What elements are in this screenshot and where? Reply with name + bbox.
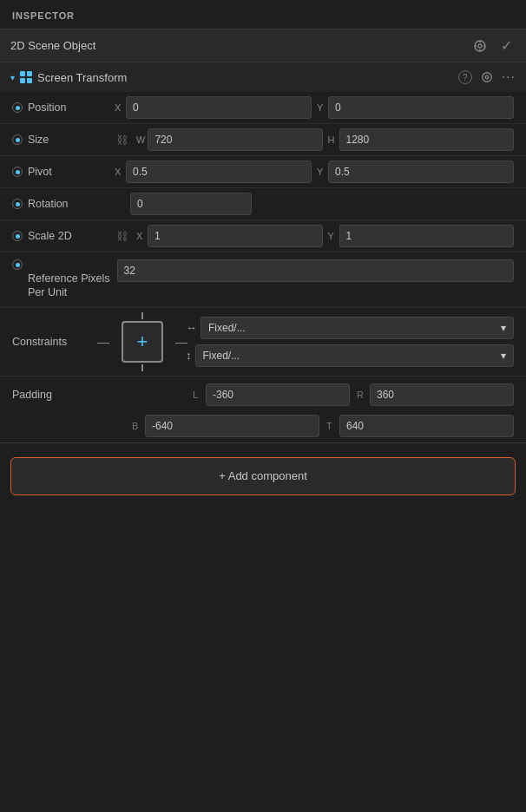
ref-pixels-row: Reference Pixels Per Unit (0, 252, 526, 308)
rotation-radio[interactable] (12, 199, 23, 209)
pivot-x-axis: X (115, 167, 123, 177)
ref-pixels-radio[interactable] (12, 259, 23, 270)
svg-point-7 (485, 75, 489, 79)
scale2d-y-group: Y (328, 225, 515, 247)
constraint-dropdowns: ↔ Fixed/... ▾ ↕ Fixed/... ▾ (186, 317, 514, 367)
rotation-input[interactable] (130, 193, 252, 215)
component-title: Screen Transform (37, 71, 453, 84)
pivot-fields: X Y (115, 160, 514, 183)
position-y-group: Y (317, 96, 514, 119)
position-y-input[interactable] (328, 96, 514, 119)
component-header[interactable]: ▾ Screen Transform ? ··· (0, 62, 526, 92)
arrow-h-icon: ↔ (186, 321, 197, 334)
rotation-label: Rotation (12, 198, 108, 210)
size-link-icon[interactable]: ⛓ (115, 134, 129, 147)
help-badge[interactable]: ? (458, 70, 472, 84)
position-x-axis: X (115, 102, 123, 113)
padding-b-input[interactable] (145, 415, 319, 437)
position-label: Position (12, 102, 108, 114)
object-name-input[interactable] (10, 39, 463, 52)
padding-b-group: B (132, 415, 319, 437)
scale2d-link-icon[interactable]: ⛓ (115, 230, 129, 243)
size-fields: W H (136, 128, 514, 151)
component-target-btn[interactable] (477, 69, 496, 85)
target-icon (473, 39, 487, 53)
pivot-row: Pivot X Y (0, 156, 526, 188)
scale2d-radio[interactable] (12, 231, 23, 241)
position-row: Position X Y (0, 92, 526, 124)
size-h-axis: H (328, 134, 337, 145)
scale2d-x-axis: X (136, 231, 145, 241)
size-h-group: H (328, 128, 515, 151)
padding-r-input[interactable] (370, 383, 514, 406)
constraints-label: Constraints (12, 336, 99, 348)
pivot-y-axis: Y (317, 167, 325, 177)
check-icon: ✓ (501, 37, 512, 54)
padding-l-input[interactable] (206, 383, 350, 406)
constraint-cross-wrapper: — + — (109, 321, 175, 363)
position-fields: X Y (115, 96, 514, 119)
size-w-axis: W (136, 134, 145, 145)
padding-t-group: T (326, 415, 514, 437)
cross-plus-icon: + (137, 332, 148, 351)
scale2d-x-input[interactable] (148, 225, 323, 247)
constraint-right-dash: — (175, 335, 187, 349)
constraint-v-select: ↕ Fixed/... ▾ (186, 344, 514, 367)
object-row: ✓ (0, 29, 526, 62)
screen-transform-icon (20, 71, 32, 83)
padding-t-input[interactable] (339, 415, 514, 437)
padding-header-inner: Padding L R (12, 383, 514, 406)
size-row: Size ⛓ W H (0, 124, 526, 156)
size-w-input[interactable] (148, 128, 322, 151)
position-x-input[interactable] (126, 96, 312, 119)
target-icon-btn[interactable] (470, 37, 490, 55)
chevron-v-icon: ▾ (501, 350, 506, 362)
position-radio[interactable] (12, 102, 23, 113)
constraint-h-dropdown[interactable]: Fixed/... ▾ (201, 317, 514, 339)
rotation-field-wrapper (115, 193, 514, 215)
padding-bottom-row: B T (0, 413, 526, 442)
pivot-x-group: X (115, 160, 312, 183)
scale2d-x-group: X (136, 225, 323, 247)
padding-r-group: R (357, 383, 514, 406)
pivot-y-input[interactable] (328, 160, 514, 183)
scale2d-y-input[interactable] (339, 225, 515, 247)
padding-l-axis: L (193, 390, 203, 400)
constraint-v-dropdown[interactable]: Fixed/... ▾ (195, 344, 515, 367)
ref-pixels-label: Reference Pixels Per Unit (12, 259, 110, 300)
component-icon (20, 71, 32, 83)
position-y-axis: Y (317, 102, 325, 113)
check-icon-btn[interactable]: ✓ (497, 36, 516, 56)
padding-header: Padding L R (0, 377, 526, 413)
dot-menu[interactable]: ··· (502, 69, 516, 85)
svg-point-1 (478, 44, 482, 48)
constraint-bottom-line (141, 364, 143, 371)
add-component-button[interactable]: + Add component (10, 457, 516, 495)
inspector-title: INSPECTOR (12, 10, 75, 21)
padding-t-axis: T (326, 421, 337, 431)
scale2d-label: Scale 2D (12, 230, 108, 242)
pivot-radio[interactable] (12, 167, 23, 177)
padding-r-axis: R (357, 390, 367, 400)
scale2d-fields: X Y (136, 225, 514, 247)
component-section: ▾ Screen Transform ? ··· Position X (0, 62, 526, 443)
scale2d-y-axis: Y (328, 231, 337, 241)
pivot-label: Pivot (12, 166, 108, 178)
constraints-row: Constraints — + — ↔ Fixed/... ▾ ↕ Fixed/… (0, 308, 526, 377)
ref-pixels-field-wrapper (117, 259, 515, 282)
pivot-x-input[interactable] (126, 160, 312, 183)
constraint-cross-box[interactable]: + (122, 321, 163, 363)
pivot-y-group: Y (317, 160, 514, 183)
scale2d-row: Scale 2D ⛓ X Y (0, 220, 526, 252)
size-radio[interactable] (12, 134, 23, 145)
padding-label: Padding (12, 389, 80, 401)
ref-pixels-input[interactable] (117, 259, 515, 282)
rotation-row: Rotation (0, 188, 526, 220)
padding-b-axis: B (132, 421, 142, 431)
svg-point-6 (482, 73, 491, 82)
position-x-group: X (115, 96, 312, 119)
ref-pixels-label-text: Reference Pixels Per Unit (28, 272, 110, 300)
component-target-icon (481, 71, 493, 83)
size-h-input[interactable] (339, 128, 515, 151)
padding-l-group: L (193, 383, 350, 406)
